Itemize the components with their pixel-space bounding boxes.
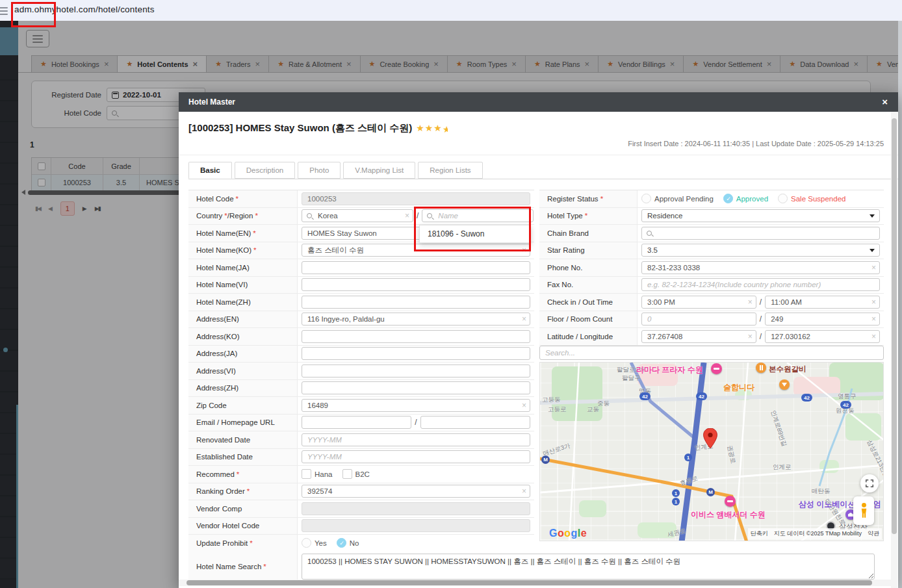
field-hotel-name-zh: Hotel Name(ZH) <box>188 294 534 311</box>
hotel-poi-icon[interactable] <box>725 496 736 507</box>
map-search-input[interactable] <box>539 346 884 360</box>
clear-icon[interactable] <box>871 315 876 323</box>
modal-title: Hotel Master <box>188 97 235 107</box>
fax-input[interactable] <box>641 278 880 291</box>
map-terms-link[interactable]: 약관 <box>868 530 879 538</box>
clear-icon[interactable] <box>748 298 753 306</box>
close-icon[interactable] <box>882 97 888 107</box>
star-rating-select[interactable]: 3.5 <box>641 244 880 257</box>
route-42-shield: 42 <box>801 394 812 402</box>
hotel-type-select[interactable]: Residence <box>641 209 880 222</box>
divider <box>179 155 898 155</box>
approved-radio[interactable] <box>723 194 733 203</box>
field-hotel-name-ko: Hotel Name(KO) <box>188 242 534 260</box>
bar-poi-icon[interactable] <box>779 379 790 390</box>
street-label: 영통구 <box>838 392 857 401</box>
chain-brand-input[interactable] <box>641 227 880 240</box>
clear-icon[interactable] <box>871 333 876 340</box>
hotel-name-ko-input[interactable] <box>302 244 530 257</box>
clear-icon[interactable] <box>522 487 526 495</box>
email-input[interactable] <box>302 416 411 429</box>
route-42-shield: 42 <box>696 392 707 400</box>
phone-input[interactable] <box>641 261 880 274</box>
region-name-input[interactable] <box>422 209 534 222</box>
form-right-column: Register Status Approval Pending Approve… <box>539 190 884 346</box>
chevron-down-icon <box>870 249 875 252</box>
modal-horizontal-scrollbar[interactable] <box>179 580 891 586</box>
approval-pending-radio[interactable] <box>641 194 651 203</box>
address-ja-input[interactable] <box>302 347 530 360</box>
country-input[interactable] <box>302 209 413 222</box>
hana-label: Hana <box>315 470 333 478</box>
clear-icon[interactable] <box>522 246 526 254</box>
homepage-url-input[interactable] <box>420 416 530 429</box>
hotel-poi-icon[interactable] <box>711 363 722 374</box>
poi-label-ramada[interactable]: 라마다 프라자 수원 <box>636 364 703 376</box>
url-text[interactable]: adm.ohmyhotel.com/hotel/contents <box>14 5 155 14</box>
sale-suspended-radio[interactable] <box>778 194 788 203</box>
modal-tab[interactable]: V.Mapping List <box>343 162 415 179</box>
modal-vertical-scrollbar[interactable] <box>891 112 897 588</box>
map-canvas[interactable]: 팔달로2가 팔달구 명동 고등동 중동 고등로 교동 영통구 원천동 매산로3가… <box>539 362 884 541</box>
room-count-input[interactable] <box>765 313 880 326</box>
hotel-name-ja-input[interactable] <box>302 261 530 274</box>
address-ko-input[interactable] <box>302 330 530 343</box>
fullscreen-button[interactable] <box>860 474 879 492</box>
map-attribution: 단축키 지도 데이터 ©2025 TMap Mobility 약관 <box>748 528 882 539</box>
clear-icon[interactable] <box>405 212 409 220</box>
clear-icon[interactable] <box>522 315 526 323</box>
field-vendor-hotel-code: Vendor Hotel Code <box>188 518 534 535</box>
region-suggestion-item[interactable]: 181096 - Suwon <box>419 225 531 243</box>
field-address-ja: Address(JA) <box>188 346 534 363</box>
pegman-control[interactable] <box>853 496 874 525</box>
field-check-in-out: Check in / Out Time <box>539 294 884 311</box>
longitude-input[interactable] <box>765 330 880 343</box>
map-shortcuts-link[interactable]: 단축키 <box>751 530 768 538</box>
vendor-hotel-code-input <box>302 519 530 532</box>
hotel-name-vi-input[interactable] <box>302 278 530 291</box>
poi-label-ibis[interactable]: 이비스 앰배서더 수원 <box>691 509 766 520</box>
modal-tab[interactable]: Photo <box>298 162 341 179</box>
latitude-input[interactable] <box>641 330 756 343</box>
modal-tab-label: Photo <box>309 166 329 174</box>
address-en-input[interactable] <box>302 313 530 326</box>
established-date-input[interactable] <box>302 450 530 463</box>
check-in-input[interactable] <box>641 296 756 309</box>
update-prohibit-no-radio[interactable] <box>337 538 346 548</box>
clear-icon[interactable] <box>748 333 753 340</box>
restaurant-poi-icon[interactable] <box>756 363 766 373</box>
search-icon <box>427 213 432 218</box>
clear-icon[interactable] <box>522 402 526 409</box>
address-zh-input[interactable] <box>302 381 530 394</box>
hotel-name-zh-input[interactable] <box>302 296 530 309</box>
site-settings-icon[interactable] <box>0 5 8 16</box>
poi-label-bon-suwon-galbi[interactable]: 본수원갈비 <box>769 364 806 374</box>
field-established-date: Established Date <box>188 449 534 467</box>
modal-tab[interactable]: Description <box>235 162 296 179</box>
modal-tab[interactable]: Basic <box>188 162 232 179</box>
check-out-input[interactable] <box>765 296 880 309</box>
zip-code-input[interactable] <box>302 399 530 412</box>
separator <box>415 418 417 427</box>
modal-tab[interactable]: Region Lists <box>418 162 482 179</box>
modal-tab-label: Description <box>246 166 284 174</box>
hana-checkbox[interactable] <box>302 469 311 479</box>
floor-count-input[interactable] <box>641 313 756 326</box>
poi-label-sul-hamnida[interactable]: 술합니다 <box>723 382 754 393</box>
modal-tab-bar: Basic Description Photo V.Mapping List R… <box>188 162 898 179</box>
address-vi-input[interactable] <box>302 364 530 377</box>
field-floor-room: Floor / Room Count <box>539 311 884 329</box>
scrollbar-thumb[interactable] <box>187 580 872 585</box>
clear-icon[interactable] <box>871 264 876 272</box>
update-prohibit-yes-radio[interactable] <box>302 538 311 548</box>
form-left-column: Hotel Code Country/Region Hotel Name(EN)… <box>188 190 534 552</box>
renovated-date-input[interactable] <box>302 433 530 446</box>
scrollbar-thumb[interactable] <box>892 118 897 534</box>
b2c-checkbox[interactable] <box>342 469 352 479</box>
separator <box>760 332 762 341</box>
approved-label: Approved <box>736 195 768 203</box>
ranking-order-input[interactable] <box>302 485 530 498</box>
browser-scroll-strip[interactable] <box>898 21 902 588</box>
hotel-name-search-textarea[interactable]: 1000253 || HOMES STAY SUWON || HOMESSTAY… <box>302 554 875 580</box>
clear-icon[interactable] <box>871 298 876 306</box>
